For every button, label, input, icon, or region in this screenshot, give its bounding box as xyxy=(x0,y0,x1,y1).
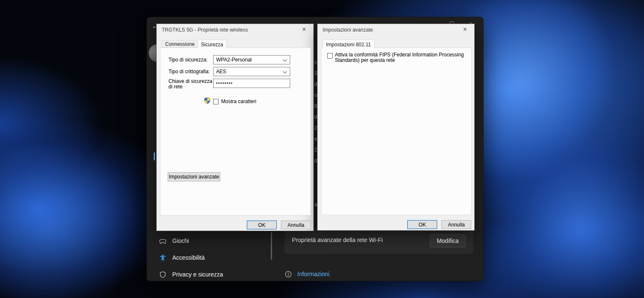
fips-checkbox[interactable] xyxy=(327,53,333,59)
network-key-input[interactable]: •••••••• xyxy=(213,79,290,88)
ok-button[interactable]: OK xyxy=(407,220,437,229)
cancel-button[interactable]: Annulla xyxy=(441,220,471,229)
tab-strip: Impostazioni 802.11 xyxy=(323,40,374,48)
advanced-settings-dialog: Impostazioni avanzate × Impostazioni 802… xyxy=(317,24,475,231)
sidebar-item-informazioni[interactable]: Informazioni xyxy=(285,268,329,280)
encryption-type-label: Tipo di crittografia: xyxy=(168,69,210,74)
desktop: ← — × Giochi Accessibilità Privacy e sic… xyxy=(0,0,644,298)
close-icon[interactable]: × xyxy=(295,24,313,36)
accessibility-icon xyxy=(159,254,166,261)
security-type-value: WPA2-Personal xyxy=(216,57,251,63)
tab-impostazioni-80211[interactable]: Impostazioni 802.11 xyxy=(323,40,374,48)
chevron-down-icon xyxy=(283,58,287,62)
ok-button[interactable]: OK xyxy=(247,221,277,229)
chevron-down-icon xyxy=(283,69,287,74)
advanced-settings-button[interactable]: Impostazioni avanzate xyxy=(168,172,220,181)
dialog-title: TRGTKLS 5G - Proprietà rete wireless xyxy=(162,27,248,33)
wifi-properties-card: Proprietà avanzate della rete Wi-Fi Modi… xyxy=(285,228,473,254)
tab-page xyxy=(321,48,472,215)
info-label: Informazioni xyxy=(297,271,329,277)
tab-sicurezza[interactable]: Sicurezza xyxy=(198,40,227,48)
tab-strip: Connessione Sicurezza xyxy=(162,40,227,48)
wireless-properties-dialog: TRGTKLS 5G - Proprietà rete wireless × C… xyxy=(156,24,314,231)
sidebar-scrollbar[interactable] xyxy=(271,232,272,260)
sidebar-item-accessibilita[interactable]: Accessibilità xyxy=(154,250,268,265)
sidebar-item-privacy-sicurezza[interactable]: Privacy e sicurezza xyxy=(154,267,268,282)
sidebar-item-label: Accessibilità xyxy=(172,254,205,261)
fips-checkbox-label: Attiva la conformità FIPS (Federal Infor… xyxy=(335,52,470,63)
sidebar-selected-indicator xyxy=(154,152,155,160)
dialog-title: Impostazioni avanzate xyxy=(323,27,373,33)
modify-button[interactable]: Modifica xyxy=(430,234,466,247)
cancel-button[interactable]: Annulla xyxy=(281,221,311,229)
gamepad-icon xyxy=(159,237,166,245)
uac-shield-icon xyxy=(204,97,211,104)
sidebar-item-label: Giochi xyxy=(172,237,189,244)
encryption-type-value: AES xyxy=(216,69,226,74)
network-key-label: Chiave di sicurezza di rete xyxy=(168,79,214,90)
security-type-select[interactable]: WPA2-Personal xyxy=(213,55,290,64)
wifi-properties-label: Proprietà avanzate della rete Wi-Fi xyxy=(292,237,383,243)
show-characters-checkbox[interactable] xyxy=(213,99,219,104)
tab-connessione[interactable]: Connessione xyxy=(162,40,198,48)
info-icon xyxy=(285,271,292,278)
close-icon[interactable]: × xyxy=(456,24,474,36)
sidebar-item-label: Privacy e sicurezza xyxy=(172,271,223,278)
sidebar-item-giochi[interactable]: Giochi xyxy=(154,233,268,248)
shield-icon xyxy=(159,271,166,278)
encryption-type-select[interactable]: AES xyxy=(213,67,290,76)
show-characters-label: Mostra caratteri xyxy=(221,98,256,104)
security-type-label: Tipo di sicurezza: xyxy=(168,57,208,63)
